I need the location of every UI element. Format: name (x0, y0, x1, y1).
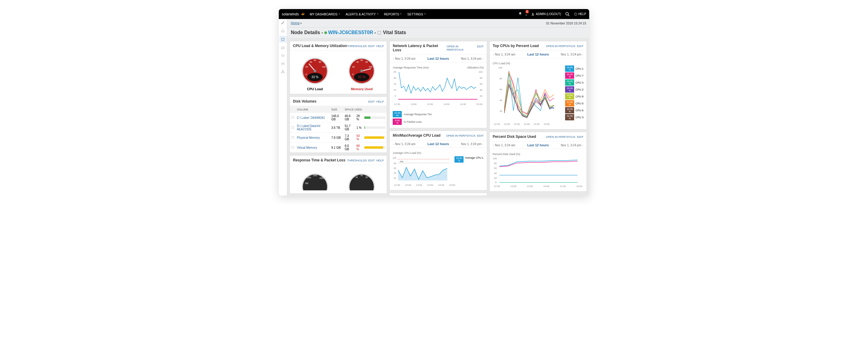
sidebar-home-icon[interactable] (281, 28, 285, 33)
status-dot-icon (324, 31, 327, 34)
svg-text:60: 60 (499, 88, 502, 91)
svg-rect-39 (292, 127, 294, 128)
cpu-legend-row: 32.00%CPU 6 (565, 107, 584, 113)
link-help[interactable]: HELP (376, 100, 384, 103)
volume-name[interactable]: C:\ Label: D6499D61 (296, 113, 330, 123)
breadcrumb-home[interactable]: Home (291, 21, 300, 25)
gauge-memory: 020406080100 92 % Memory Used (345, 54, 378, 91)
link-edit[interactable]: EDIT (368, 44, 375, 48)
widget-top-cpus: Top CPUs by Percent Load OPEN IN PERFSTA… (490, 41, 587, 130)
svg-text:40: 40 (356, 61, 359, 63)
node-name[interactable]: WIN-JC6CBES5T0R (328, 30, 373, 35)
svg-rect-11 (282, 70, 283, 71)
time-prev[interactable]: ‹ (392, 142, 395, 146)
sidebar-tree-icon[interactable] (281, 69, 285, 74)
link-edit[interactable]: EDIT (577, 135, 584, 138)
svg-text:2000: 2000 (319, 177, 324, 179)
time-next[interactable]: › (481, 57, 484, 60)
link-perfstack[interactable]: OPEN IN PERFSTACK (446, 134, 475, 137)
time-range[interactable]: Last 12 hours (427, 142, 449, 146)
link-edit[interactable]: EDIT (368, 159, 375, 162)
svg-rect-9 (281, 63, 284, 65)
disk-icon (291, 136, 294, 139)
gauge-memory-dial: 020406080100 92 % (345, 54, 378, 85)
svg-text:500: 500 (305, 182, 308, 184)
top-cpu-chart: 10080604020 (493, 65, 564, 123)
time-prev[interactable]: ‹ (492, 53, 495, 56)
link-help[interactable]: HELP (376, 44, 384, 48)
widget-disk-percent: Percent Disk Space Used OPEN IN PERFSTAC… (490, 132, 587, 192)
svg-text:60: 60 (361, 174, 363, 176)
svg-rect-5 (282, 38, 284, 40)
widget-title: Disk Volumes (293, 99, 316, 104)
help-link[interactable]: ? HELP (574, 12, 586, 16)
link-perfstack[interactable]: OPEN IN PERFSTACK (546, 44, 575, 48)
menu-settings[interactable]: SETTINGS (407, 12, 426, 16)
time-next[interactable]: › (581, 53, 584, 56)
widget-cpus-percent: CPUs by Percent Load EDITHELP (390, 193, 487, 195)
svg-text:80: 80 (394, 162, 396, 165)
gauge-response-dial: 100015005002000 (299, 169, 332, 190)
cpu-legend-row: 32.00%CPU 8 (565, 93, 584, 100)
time-range[interactable]: Last 12 hours (527, 143, 549, 147)
app-frame: solarwinds MY DASHBOARDS ALERTS & ACTIVI… (279, 9, 589, 195)
left-sidebar (279, 19, 287, 195)
link-edit[interactable]: EDIT (477, 45, 484, 51)
search-icon[interactable] (565, 11, 570, 17)
dashboard-content: CPU Load & Memory Utilization THRESHOLDS… (279, 38, 589, 195)
svg-point-1 (566, 12, 568, 15)
user-menu[interactable]: ADMIN (LOGOUT) (531, 12, 561, 16)
sidebar-node-icon[interactable] (279, 36, 287, 43)
link-perfstack[interactable]: OPEN IN PERFSTACK (447, 45, 475, 51)
time-next[interactable]: › (481, 142, 484, 146)
widget-title: CPU Load & Memory Utilization (293, 44, 347, 48)
svg-text:20: 20 (480, 95, 483, 98)
brand-icon (300, 11, 306, 17)
widget-title: Response Time & Packet Loss (293, 158, 345, 162)
svg-text:20: 20 (394, 77, 396, 79)
svg-text:40: 40 (480, 89, 483, 91)
table-row: Virtual Memory 9.1 GB8.0 GB 88 % (290, 143, 387, 152)
volume-name[interactable]: D:\ Label:DataVol AEA2192E (296, 123, 330, 133)
menu-alerts[interactable]: ALERTS & ACTIVITY (346, 12, 378, 16)
volume-name[interactable]: Virtual Memory (296, 143, 330, 152)
user-icon (531, 12, 535, 16)
time-prev[interactable]: ‹ (392, 57, 395, 60)
cpu-legend-row: 26.00%CPU 2 (565, 86, 584, 93)
latency-badge: 10.00ms (393, 111, 402, 117)
menu-dashboards[interactable]: MY DASHBOARDS (310, 12, 340, 16)
menu-reports[interactable]: REPORTS (384, 12, 402, 16)
notification-bell[interactable]: 2 ▼ (518, 12, 527, 17)
time-range[interactable]: Last 12 hours (427, 57, 449, 60)
svg-point-25 (313, 70, 316, 73)
disk-icon (291, 126, 294, 129)
gauge-packet-dial: 406080 (345, 169, 378, 190)
link-edit[interactable]: EDIT (368, 100, 375, 103)
time-next[interactable]: › (581, 144, 584, 147)
svg-text:80: 80 (366, 61, 368, 63)
volume-name[interactable]: Physical Memory (296, 133, 330, 143)
time-prev[interactable]: ‹ (492, 144, 495, 147)
svg-text:95th: 95th (400, 161, 404, 163)
sidebar-edit-icon[interactable] (281, 20, 285, 25)
disk-pct-chart: 100806040200 (493, 156, 584, 185)
link-thresholds[interactable]: THRESHOLDS (347, 159, 367, 162)
top-bar: solarwinds MY DASHBOARDS ALERTS & ACTIVI… (279, 9, 589, 19)
link-edit[interactable]: EDIT (577, 44, 584, 48)
widget-minmax-cpu: Min/Max/Average CPU Load OPEN IN PERFSTA… (390, 131, 487, 190)
widget-response-time: Response Time & Packet Loss THRESHOLDSED… (290, 155, 387, 194)
link-thresholds[interactable]: THRESHOLDS (347, 44, 367, 48)
sidebar-chat-icon[interactable] (281, 46, 285, 50)
link-edit[interactable]: EDIT (477, 134, 484, 137)
cpu-legend-row: 26.00%CPU 1 (565, 65, 584, 72)
link-help[interactable]: HELP (376, 159, 384, 162)
sidebar-app-icon[interactable] (281, 61, 285, 66)
table-row: Physical Memory 7.8 GB7.3 GB 93 % (290, 133, 387, 143)
svg-text:100: 100 (493, 157, 497, 160)
time-range[interactable]: Last 12 hours (527, 53, 549, 56)
svg-text:100: 100 (498, 66, 502, 69)
link-perfstack[interactable]: OPEN IN PERFSTACK (546, 135, 575, 138)
sidebar-network-icon[interactable] (281, 53, 285, 58)
svg-text:25: 25 (394, 71, 396, 73)
breadcrumb-bar: Home ▸ 01 November 2018 15:24:15 (279, 19, 589, 27)
